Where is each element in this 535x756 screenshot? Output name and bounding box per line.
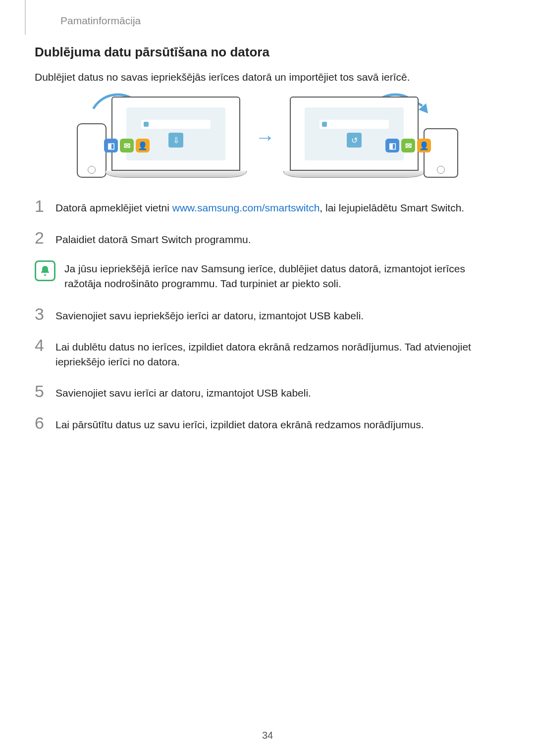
download-icon: ⇩ [168,133,183,148]
phone-icon [77,123,107,178]
app-icon: ◧ [104,139,118,152]
step-number: 6 [35,414,47,431]
transfer-diagram: ◧ ✉ 👤 ⇩ → ◧ ✉ 👤 [35,97,500,178]
smartswitch-link[interactable]: www.samsung.com/smartswitch [172,202,320,213]
step-6: 6 Lai pārsūtītu datus uz savu ierīci, iz… [35,414,500,432]
tablet-icon [424,128,458,178]
step-number: 5 [35,383,47,400]
diagram-restore-group: ◧ ✉ 👤 ↺ [290,97,458,178]
page-number: 34 [262,730,273,741]
app-icon: ◧ [385,139,399,152]
restore-icon: ↺ [347,133,362,148]
step-text: Palaidiet datorā Smart Switch programmu. [55,229,251,247]
step-text: Datorā apmeklējiet vietni www.samsung.co… [55,198,464,215]
laptop-icon: ⇩ [111,97,240,178]
step-text: Lai pārsūtītu datus uz savu ierīci, izpi… [55,414,424,432]
contact-icon: 👤 [136,139,150,152]
section-header: Pamatinformācija [60,15,500,27]
note-box: Ja jūsu iepriekšējā ierīce nav Samsung i… [35,260,500,291]
data-icons-cluster: ◧ ✉ 👤 [104,139,150,152]
step-text: Lai dublētu datus no ierīces, izpildiet … [55,337,500,369]
step-text: Savienojiet savu iepriekšējo ierīci ar d… [55,305,364,323]
step-number: 1 [35,198,47,214]
intro-text: Dublējiet datus no savas iepriekšējās ie… [35,70,500,84]
step-5: 5 Savienojiet savu ierīci ar datoru, izm… [35,383,500,400]
bell-icon [35,260,55,281]
arrow-right-icon: → [255,126,275,149]
step-number: 3 [35,305,47,322]
message-icon: ✉ [401,139,415,152]
page-title: Dublējuma datu pārsūtīšana no datora [35,45,500,60]
step-1: 1 Datorā apmeklējiet vietni www.samsung.… [35,198,500,215]
step-text: Savienojiet savu ierīci ar datoru, izman… [55,383,311,400]
contact-icon: 👤 [417,139,431,152]
step-2: 2 Palaidiet datorā Smart Switch programm… [35,229,500,247]
diagram-backup-group: ◧ ✉ 👤 ⇩ [77,97,240,178]
step-number: 2 [35,229,47,246]
note-text: Ja jūsu iepriekšējā ierīce nav Samsung i… [64,260,500,291]
step-number: 4 [35,337,47,353]
step-3: 3 Savienojiet savu iepriekšējo ierīci ar… [35,305,500,323]
step-4: 4 Lai dublētu datus no ierīces, izpildie… [35,337,500,369]
message-icon: ✉ [120,139,134,152]
laptop-icon: ↺ [290,97,419,178]
data-icons-cluster: ◧ ✉ 👤 [385,139,431,152]
